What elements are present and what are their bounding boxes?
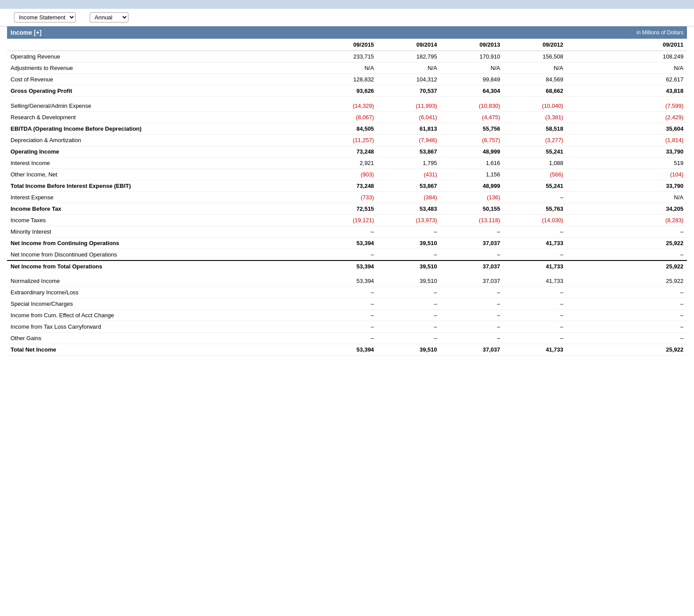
row-value: 99,849 xyxy=(441,74,504,85)
row-value: 37,037 xyxy=(441,238,504,249)
row-value: – xyxy=(377,298,440,310)
row-value: (10,040) xyxy=(504,100,566,112)
row-value: – xyxy=(567,287,687,298)
row-value: 55,241 xyxy=(504,146,566,158)
row-value: 104,312 xyxy=(377,74,440,85)
row-value: 61,813 xyxy=(377,123,440,135)
spacer-cell xyxy=(7,272,687,275)
row-value: (1,814) xyxy=(567,135,687,146)
row-value: – xyxy=(314,298,377,310)
row-value: 25,922 xyxy=(567,344,687,356)
row-label: Income Taxes xyxy=(7,215,314,226)
table-row: Net Income from Continuing Operations53,… xyxy=(7,238,687,249)
row-value: 55,241 xyxy=(504,180,566,192)
row-value: (6,041) xyxy=(377,112,440,123)
table-row: Income Taxes(19,121)(13,973)(13,118)(14,… xyxy=(7,215,687,226)
col-header-09/2013: 09/2013 xyxy=(441,39,504,51)
row-value: 41,733 xyxy=(504,344,566,356)
row-label: Interest Income xyxy=(7,158,314,169)
table-row: Normalized Income53,39439,51037,03741,73… xyxy=(7,275,687,287)
row-label: Total Net Income xyxy=(7,344,314,356)
row-value: – xyxy=(504,249,566,261)
row-value: 73,248 xyxy=(314,146,377,158)
table-row: Total Income Before Interest Expense (EB… xyxy=(7,180,687,192)
column-header-row: 09/201509/201409/201309/201209/2011 xyxy=(7,39,687,51)
row-value: N/A xyxy=(567,192,687,203)
row-value: 37,037 xyxy=(441,275,504,287)
row-value: 156,508 xyxy=(504,51,566,62)
row-value: – xyxy=(441,310,504,321)
row-value: 72,515 xyxy=(314,203,377,215)
row-value: – xyxy=(504,192,566,203)
col-header-09/2015: 09/2015 xyxy=(314,39,377,51)
row-value: (431) xyxy=(377,169,440,180)
row-value: – xyxy=(441,287,504,298)
row-label: Cost of Revenue xyxy=(7,74,314,85)
row-value: 2,921 xyxy=(314,158,377,169)
statement-select[interactable]: Income Statement Balance Sheet Cash Flow xyxy=(14,12,76,22)
row-label: Income from Cum. Effect of Acct Change xyxy=(7,310,314,321)
table-row: Depreciation & Amortization(11,257)(7,94… xyxy=(7,135,687,146)
view-select[interactable]: Annual Quarterly xyxy=(90,12,128,22)
spacer-cell xyxy=(7,97,687,101)
table-row: Adjustments to RevenueN/AN/AN/AN/AN/A xyxy=(7,62,687,74)
row-value: – xyxy=(314,333,377,344)
col-header-09/2012: 09/2012 xyxy=(504,39,566,51)
row-value: 35,604 xyxy=(567,123,687,135)
row-value: 64,304 xyxy=(441,85,504,97)
row-value: – xyxy=(377,310,440,321)
currency-note: in Millions of Dollars xyxy=(567,26,687,39)
row-value: 84,505 xyxy=(314,123,377,135)
row-value: (13,973) xyxy=(377,215,440,226)
table-row: Net Income from Total Operations53,39439… xyxy=(7,260,687,272)
row-label: EBITDA (Operating Income Before Deprecia… xyxy=(7,123,314,135)
row-value: N/A xyxy=(377,62,440,74)
row-label: Other Income, Net xyxy=(7,169,314,180)
row-value: (566) xyxy=(504,169,566,180)
col-header-09/2014: 09/2014 xyxy=(377,39,440,51)
table-container: Income [+] in Millions of Dollars 09/201… xyxy=(0,26,694,356)
row-value: 73,248 xyxy=(314,180,377,192)
row-value: (14,030) xyxy=(504,215,566,226)
row-value: (11,257) xyxy=(314,135,377,146)
section-header-row: Income [+] in Millions of Dollars xyxy=(7,26,687,39)
row-value: – xyxy=(441,321,504,333)
row-value: N/A xyxy=(504,62,566,74)
row-value: – xyxy=(377,321,440,333)
row-value: 1,616 xyxy=(441,158,504,169)
row-value: 43,818 xyxy=(567,85,687,97)
row-value: – xyxy=(504,310,566,321)
table-row: Research & Development(8,067)(6,041)(4,4… xyxy=(7,112,687,123)
row-value: – xyxy=(567,298,687,310)
row-value: (4,475) xyxy=(441,112,504,123)
row-label: Operating Income xyxy=(7,146,314,158)
row-value: 58,518 xyxy=(504,123,566,135)
row-value: 48,999 xyxy=(441,146,504,158)
row-label: Net Income from Discontinued Operations xyxy=(7,249,314,261)
row-value: N/A xyxy=(314,62,377,74)
row-label: Income Before Tax xyxy=(7,203,314,215)
row-value: – xyxy=(314,249,377,261)
row-value: 108,249 xyxy=(567,51,687,62)
row-label: Minority Interest xyxy=(7,226,314,238)
table-row: Income from Cum. Effect of Acct Change––… xyxy=(7,310,687,321)
controls-bar: Income Statement Balance Sheet Cash Flow… xyxy=(0,9,694,26)
row-value: – xyxy=(377,226,440,238)
row-value: 1,088 xyxy=(504,158,566,169)
row-label: Adjustments to Revenue xyxy=(7,62,314,74)
row-value: – xyxy=(504,226,566,238)
row-value: 128,832 xyxy=(314,74,377,85)
row-label: Special Income/Charges xyxy=(7,298,314,310)
row-value: 53,867 xyxy=(377,180,440,192)
row-label: Gross Operating Profit xyxy=(7,85,314,97)
row-value: – xyxy=(441,249,504,261)
table-row xyxy=(7,272,687,275)
row-value: 41,733 xyxy=(504,238,566,249)
row-value: – xyxy=(314,226,377,238)
row-value: – xyxy=(567,310,687,321)
row-value: 68,662 xyxy=(504,85,566,97)
table-row: Interest Income2,9211,7951,6161,088519 xyxy=(7,158,687,169)
table-row: Selling/General/Admin Expense(14,329)(11… xyxy=(7,100,687,112)
row-value: (104) xyxy=(567,169,687,180)
income-statement-table: Income [+] in Millions of Dollars 09/201… xyxy=(7,26,687,356)
